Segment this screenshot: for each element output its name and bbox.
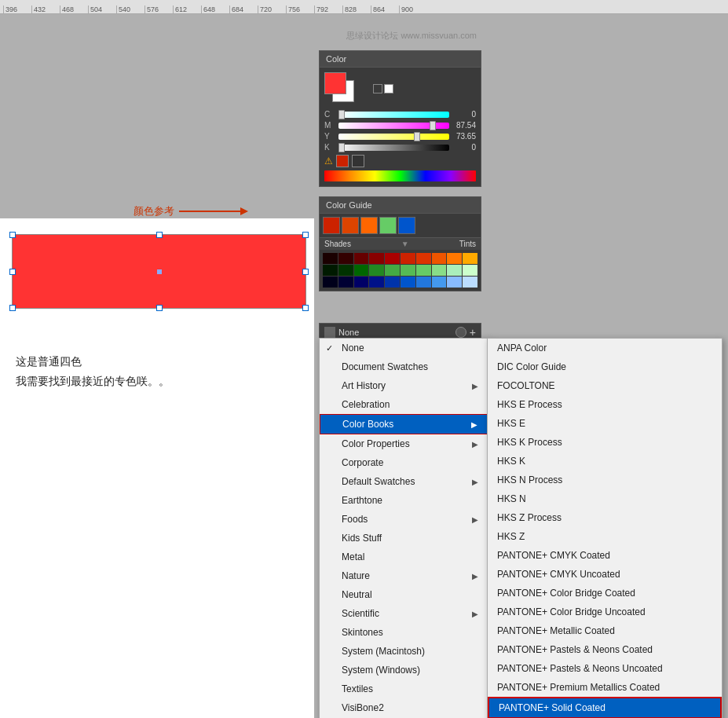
menu-item-system-mac[interactable]: System (Macintosh) [320,642,488,661]
shade-cell[interactable] [385,253,400,264]
shade-cell[interactable] [385,265,400,276]
shade-cell[interactable] [369,253,384,264]
menu-item-skintones[interactable]: Skintones [320,623,488,642]
submenu-item-pantone-metallic[interactable]: PANTONE+ Metallic Coated [488,621,722,640]
handle-top-mid[interactable] [156,232,163,238]
submenu-item-hks-z[interactable]: HKS Z [488,527,722,546]
red-rect-container[interactable] [8,226,314,305]
submenu-item-hks-k[interactable]: HKS K [488,452,722,471]
submenu-item-focoltone[interactable]: FOCOLTONE [488,376,722,395]
guide-swatch-2[interactable] [342,217,359,234]
foreground-swatch[interactable] [324,72,346,94]
menu-item-document-swatches[interactable]: Document Swatches [320,357,488,376]
shade-cell[interactable] [401,277,415,288]
spectrum-bar[interactable] [324,170,476,181]
reset-icon[interactable] [373,84,382,93]
shade-cell[interactable] [338,265,353,276]
menu-item-color-books[interactable]: Color Books ▶ [320,414,488,434]
shade-cell[interactable] [432,265,447,276]
slider-y-track[interactable] [338,134,449,140]
shade-cell[interactable] [463,253,477,264]
submenu-item-pantone-cmyk-coated[interactable]: PANTONE+ CMYK Coated [488,546,722,565]
guide-swatch-1[interactable] [323,217,340,234]
shade-cell[interactable] [416,277,431,288]
shade-cell[interactable] [354,265,369,276]
submenu-item-pantone-solid-coated[interactable]: PANTONE+ Solid Coated [488,697,722,718]
swap-icon[interactable] [384,84,393,93]
handle-bot-right[interactable] [302,305,309,311]
shade-cell[interactable] [323,277,338,288]
menu-item-metal[interactable]: Metal [320,548,488,566]
shade-cell[interactable] [432,253,447,264]
menu-item-earthtone[interactable]: Earthtone [320,491,488,510]
shade-cell[interactable] [323,265,338,276]
slider-k-thumb[interactable] [338,143,345,152]
submenu-item-hks-e-process[interactable]: HKS E Process [488,395,722,414]
slider-m-track[interactable] [338,123,449,129]
menu-item-foods[interactable]: Foods ▶ [320,510,488,529]
submenu-item-hks-n-process[interactable]: HKS N Process [488,471,722,489]
submenu-item-hks-e[interactable]: HKS E [488,414,722,433]
menu-item-default-swatches[interactable]: Default Swatches ▶ [320,472,488,491]
slider-m-thumb[interactable] [430,121,436,130]
shade-cell[interactable] [401,265,415,276]
handle-top-left[interactable] [9,232,16,238]
shade-cell[interactable] [447,253,462,264]
slider-c-track[interactable] [338,112,449,118]
handle-top-right[interactable] [302,232,309,238]
submenu-item-pantone-bridge-coated[interactable]: PANTONE+ Color Bridge Coated [488,584,722,603]
menu-item-neutral[interactable]: Neutral [320,585,488,604]
shade-cell[interactable] [354,253,369,264]
submenu-item-anpa[interactable]: ANPA Color [488,339,722,357]
shade-cell[interactable] [385,277,400,288]
guide-swatch-3[interactable] [360,217,378,234]
expand-icon[interactable]: ▼ [401,240,409,248]
menu-item-nature[interactable]: Nature ▶ [320,566,488,585]
shade-cell[interactable] [447,265,462,276]
menu-item-corporate[interactable]: Corporate [320,453,488,472]
menu-item-system-win[interactable]: System (Windows) [320,661,488,680]
shade-cell[interactable] [354,277,369,288]
shade-cell[interactable] [338,277,353,288]
menu-item-textiles[interactable]: Textiles [320,680,488,698]
submenu-item-pantone-pastels-coated[interactable]: PANTONE+ Pastels & Neons Coated [488,640,722,659]
shade-cell[interactable] [432,277,447,288]
submenu-item-pantone-bridge-uncoated[interactable]: PANTONE+ Color Bridge Uncoated [488,603,722,621]
guide-swatch-4[interactable] [379,217,397,234]
menu-item-kids-stuff[interactable]: Kids Stuff [320,529,488,548]
warning-swatch[interactable] [336,155,349,167]
menu-item-celebration[interactable]: Celebration [320,395,488,414]
handle-mid-right[interactable] [302,269,309,275]
shade-cell[interactable] [416,265,431,276]
submenu-item-hks-n[interactable]: HKS N [488,489,722,508]
shade-cell[interactable] [447,277,462,288]
shade-cell[interactable] [323,253,338,264]
handle-bot-mid[interactable] [156,305,163,311]
submenu-item-pantone-premium[interactable]: PANTONE+ Premium Metallics Coated [488,678,722,697]
guide-swatch-5[interactable] [398,217,415,234]
menu-item-scientific[interactable]: Scientific ▶ [320,604,488,623]
shade-cell[interactable] [401,253,415,264]
submenu-item-pantone-pastels-uncoated[interactable]: PANTONE+ Pastels & Neons Uncoated [488,659,722,678]
shade-cell[interactable] [369,265,384,276]
menu-item-color-properties[interactable]: Color Properties ▶ [320,434,488,453]
submenu-item-hks-k-process[interactable]: HKS K Process [488,433,722,452]
shade-cell[interactable] [338,253,353,264]
menu-item-visibone2[interactable]: VisiBone2 [320,698,488,717]
submenu-item-pantone-cmyk-uncoated[interactable]: PANTONE+ CMYK Uncoated [488,565,722,584]
submenu-item-dic[interactable]: DIC Color Guide [488,357,722,376]
add-icon[interactable]: + [470,326,476,339]
shade-cell[interactable] [416,253,431,264]
center-handle[interactable] [157,269,162,274]
handle-mid-left[interactable] [9,269,16,275]
handle-bot-left[interactable] [9,305,16,311]
shade-cell[interactable] [463,265,477,276]
menu-item-art-history[interactable]: Art History ▶ [320,376,488,395]
options-icon[interactable] [455,327,466,338]
shade-cell[interactable] [463,277,477,288]
menu-item-none[interactable]: None [320,339,488,357]
slider-c-thumb[interactable] [338,110,345,119]
slider-k-track[interactable] [338,145,449,151]
slider-y-thumb[interactable] [414,132,420,141]
submenu-item-hks-z-process[interactable]: HKS Z Process [488,508,722,527]
